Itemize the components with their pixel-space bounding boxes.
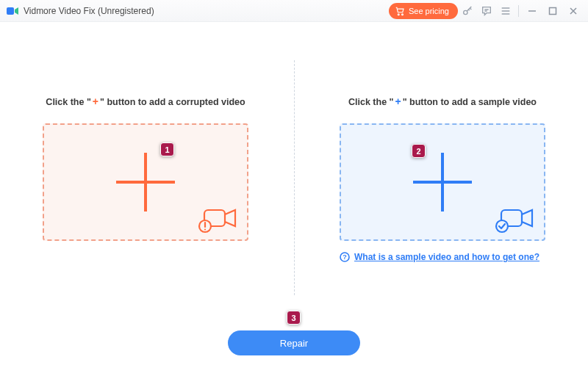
- sample-help-link[interactable]: What is a sample video and how to get on…: [354, 251, 539, 263]
- repair-button[interactable]: Repair: [228, 330, 360, 355]
- minimize-button[interactable]: [522, 1, 542, 21]
- svg-point-9: [496, 220, 508, 232]
- feedback-button[interactable]: [477, 1, 496, 21]
- svg-point-2: [402, 13, 404, 15]
- plus-icon: [116, 153, 175, 212]
- svg-point-1: [398, 13, 399, 15]
- svg-point-7: [204, 228, 206, 230]
- app-logo-icon: [6, 4, 19, 18]
- svg-rect-4: [550, 7, 556, 14]
- plus-icon: +: [393, 95, 402, 107]
- register-key-button[interactable]: [458, 1, 477, 21]
- menu-button[interactable]: [496, 1, 515, 21]
- titlebar-separator: [518, 5, 519, 17]
- speech-bubble-icon: [481, 5, 492, 17]
- key-icon: [462, 5, 473, 17]
- maximize-icon: [548, 7, 557, 15]
- maximize-button[interactable]: [542, 1, 563, 21]
- svg-rect-0: [7, 7, 14, 15]
- vertical-divider: [294, 60, 295, 295]
- main-content: Click the "+" button to add a corrupted …: [0, 22, 588, 376]
- help-icon: ?: [340, 252, 350, 264]
- window-title: Vidmore Video Fix (Unregistered): [24, 6, 154, 16]
- cart-icon: [395, 6, 405, 16]
- repair-label: Repair: [280, 338, 308, 349]
- see-pricing-button[interactable]: See pricing: [389, 3, 458, 19]
- sample-help: ? What is a sample video and how to get …: [340, 251, 545, 264]
- add-sample-video-button[interactable]: 2: [340, 123, 545, 241]
- titlebar: Vidmore Video Fix (Unregistered) See pri…: [0, 0, 588, 22]
- close-icon: [569, 7, 578, 15]
- sample-pane: Click the "+" button to add a sample vid…: [294, 44, 562, 286]
- corrupted-prompt: Click the "+" button to add a corrupted …: [46, 95, 245, 107]
- add-corrupted-video-button[interactable]: 1: [43, 123, 248, 241]
- sample-prompt: Click the "+" button to add a sample vid…: [348, 95, 537, 107]
- plus-icon: [413, 153, 472, 212]
- svg-point-3: [464, 10, 467, 14]
- plus-icon: +: [91, 95, 100, 107]
- minimize-icon: [528, 7, 537, 15]
- corrupted-pane: Click the "+" button to add a corrupted …: [26, 44, 294, 286]
- hamburger-icon: [500, 5, 512, 17]
- camera-error-icon: [197, 204, 240, 234]
- camera-check-icon: [494, 204, 537, 234]
- callout-3: 3: [287, 311, 301, 325]
- svg-text:?: ?: [343, 253, 347, 261]
- see-pricing-label: See pricing: [409, 7, 449, 15]
- close-button[interactable]: [563, 1, 584, 21]
